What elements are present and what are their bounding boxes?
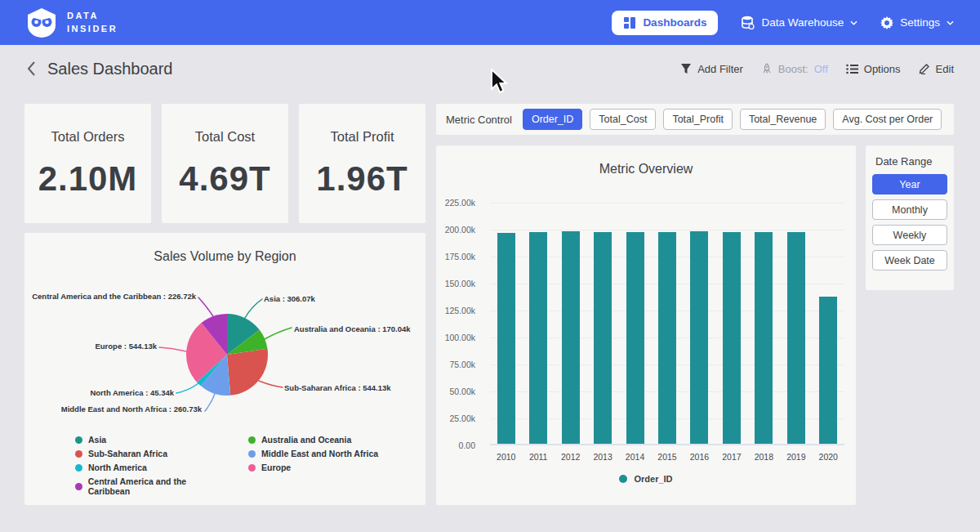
x-tick-label: 2015 xyxy=(651,452,683,462)
kpi-card-total-profit: Total Profit 1.96T xyxy=(299,104,425,223)
y-tick-label: 0.00 xyxy=(459,440,475,450)
options-button[interactable]: Options xyxy=(846,63,901,75)
legend-item: Asia xyxy=(75,435,227,445)
pie-label-central-america-caribbean: Central America and the Caribbean : 226.… xyxy=(32,292,196,301)
metric-option-total-profit[interactable]: Total_Profit xyxy=(663,109,733,130)
options-label: Options xyxy=(864,63,901,75)
bar-slot xyxy=(813,203,844,444)
pencil-icon xyxy=(919,63,930,74)
y-tick-label: 100.00k xyxy=(445,333,475,342)
date-range-label: Date Range xyxy=(875,155,947,168)
dashboards-button[interactable]: Dashboards xyxy=(612,11,718,35)
brand-line1: DATA xyxy=(67,10,118,23)
bar-2017[interactable] xyxy=(723,232,741,444)
header-actions: Add Filter Boost: Off Options Ed xyxy=(680,63,954,75)
filter-icon xyxy=(680,63,692,74)
bar-slot xyxy=(490,203,522,444)
page-title: Sales Dashboard xyxy=(47,60,172,78)
bar-2015[interactable] xyxy=(658,232,676,444)
legend-label: North America xyxy=(88,463,147,472)
kpi-value: 1.96T xyxy=(316,159,408,199)
pie-label-north-america: North America : 45.34k xyxy=(90,388,174,397)
legend-dot xyxy=(248,464,256,472)
sales-volume-panel: Sales Volume by Region Asia : 306.07k Au… xyxy=(24,233,425,505)
metric-option-total-revenue[interactable]: Total_Revenue xyxy=(740,109,826,130)
date-range-option-week-date[interactable]: Week Date xyxy=(872,250,947,270)
legend-label: Sub-Saharan Africa xyxy=(88,449,167,458)
metric-option-total-cost[interactable]: Total_Cost xyxy=(590,109,656,130)
x-tick-label: 2019 xyxy=(780,452,812,462)
legend-label: Middle East and North Africa xyxy=(261,449,378,458)
kpi-value: 2.10M xyxy=(38,159,138,199)
add-filter-label: Add Filter xyxy=(697,63,743,75)
page-header: Sales Dashboard Add Filter Boost: Off Op… xyxy=(0,45,980,92)
kpi-label: Total Cost xyxy=(195,129,255,145)
settings-menu[interactable]: Settings xyxy=(880,16,954,29)
bar-slot xyxy=(684,203,715,444)
boost-label: Boost: xyxy=(778,63,808,75)
bar-series xyxy=(490,203,844,444)
legend-dot xyxy=(75,483,82,490)
legend-item: Australia and Oceania xyxy=(248,435,400,445)
y-tick-label: 25.00k xyxy=(449,414,475,423)
legend-item: Sub-Saharan Africa xyxy=(75,449,227,458)
chevron-down-icon xyxy=(850,20,858,25)
pie-label-asia: Asia : 306.07k xyxy=(264,294,315,303)
edit-label: Edit xyxy=(936,63,954,75)
brand-logo[interactable]: DATA INSIDER xyxy=(26,7,118,38)
x-tick-label: 2018 xyxy=(748,452,780,462)
pie-legend: AsiaSub-Saharan AfricaNorth AmericaCentr… xyxy=(75,435,400,496)
bar-2020[interactable] xyxy=(819,297,837,444)
metric-control-label: Metric Control xyxy=(446,114,512,126)
y-tick-label: 150.00k xyxy=(445,279,475,288)
data-warehouse-label: Data Warehouse xyxy=(761,16,844,29)
legend-label: Australia and Oceania xyxy=(261,435,351,445)
metric-control-bar: Metric Control Order_IDTotal_CostTotal_P… xyxy=(436,104,954,135)
bar-2019[interactable] xyxy=(787,232,805,444)
metric-control-options: Order_IDTotal_CostTotal_ProfitTotal_Reve… xyxy=(523,109,942,130)
date-range-option-year[interactable]: Year xyxy=(872,174,947,194)
bar-2012[interactable] xyxy=(562,231,580,444)
y-tick-label: 225.00k xyxy=(445,198,475,208)
chevron-down-icon xyxy=(947,20,954,25)
legend-item: Central America and the Caribbean xyxy=(75,476,227,496)
boost-state: Off xyxy=(814,63,828,75)
x-tick-label: 2010 xyxy=(490,452,522,462)
bar-2016[interactable] xyxy=(690,231,708,444)
pie-slice-sub-saharan-africa[interactable] xyxy=(227,349,268,396)
dashboards-icon xyxy=(623,16,636,29)
boost-toggle[interactable]: Boost: Off xyxy=(761,63,828,75)
x-tick-label: 2020 xyxy=(813,452,844,462)
bar-2011[interactable] xyxy=(529,232,547,444)
back-button[interactable] xyxy=(21,59,41,78)
y-tick-label: 175.00k xyxy=(445,252,475,262)
bar-chart-y-axis: 225.00k200.00k175.00k150.00k125.00k100.0… xyxy=(436,203,480,445)
kpi-card-total-orders: Total Orders 2.10M xyxy=(24,104,151,223)
bar-2018[interactable] xyxy=(755,232,773,444)
add-filter-button[interactable]: Add Filter xyxy=(680,63,743,75)
bar-slot xyxy=(619,203,651,444)
metric-option-order-id[interactable]: Order_ID xyxy=(523,109,582,130)
legend-item: North America xyxy=(75,463,227,472)
bar-slot xyxy=(715,203,747,444)
bar-2010[interactable] xyxy=(497,233,515,445)
metric-option-avg-cost-per-order[interactable]: Avg. Cost per Order xyxy=(833,109,942,130)
data-warehouse-menu[interactable]: Data Warehouse xyxy=(741,16,858,29)
bar-2013[interactable] xyxy=(594,232,612,444)
edit-button[interactable]: Edit xyxy=(919,63,954,75)
kpi-label: Total Orders xyxy=(51,129,125,145)
legend-dot xyxy=(75,464,82,472)
x-tick-label: 2012 xyxy=(555,452,586,462)
bar-chart-title: Metric Overview xyxy=(436,162,856,177)
kpi-label: Total Profit xyxy=(331,129,394,145)
date-range-option-monthly[interactable]: Monthly xyxy=(872,199,947,220)
gear-icon xyxy=(880,16,893,29)
bar-2014[interactable] xyxy=(626,232,644,444)
bar-slot xyxy=(586,203,618,444)
date-range-option-weekly[interactable]: Weekly xyxy=(872,225,947,245)
bar-slot xyxy=(780,203,812,444)
legend-dot xyxy=(75,450,82,458)
x-tick-label: 2013 xyxy=(586,452,618,462)
top-navbar: DATA INSIDER Dashboards Data Warehouse xyxy=(0,0,980,45)
y-tick-label: 75.00k xyxy=(449,360,475,369)
